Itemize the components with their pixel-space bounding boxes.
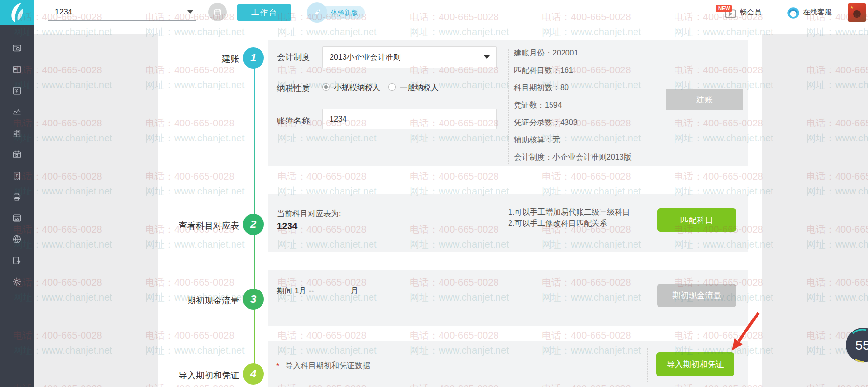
top-bar: 1234 工作台 体验新版 NEW 畅会员 在线客服 ★ (0, 0, 868, 25)
accounting-system-label: 会计制度 (277, 52, 310, 63)
tax-nature-label: 纳税性质 (277, 83, 310, 94)
divider (496, 204, 496, 244)
account-book-selector[interactable]: 1234 (48, 4, 196, 21)
rocket-icon (311, 7, 323, 18)
book-name-input[interactable] (322, 109, 497, 129)
divider (508, 49, 509, 164)
match-note-1: 1.可以手工增加易代账二级三级科目 (508, 207, 646, 218)
sidebar-item-invoice[interactable] (12, 170, 22, 181)
current-table-value: 1234 (277, 221, 297, 232)
divider (647, 348, 648, 382)
avatar-figure (853, 10, 861, 18)
tax-small-radio[interactable] (322, 83, 330, 91)
avatar-decoration: ★ (850, 5, 854, 10)
step3-badge: 3 (243, 289, 264, 310)
globe-icon (12, 234, 22, 245)
summary-row: 建账月份：202001 (514, 44, 632, 62)
calendar-icon (213, 7, 222, 17)
step1-label: 建账 (158, 53, 239, 65)
step2-badge: 2 (243, 214, 264, 235)
match-note-2: 2.可以手工修改科目匹配关系 (508, 218, 646, 229)
accounting-system-value: 2013小企业会计准则 (330, 53, 401, 61)
tax-general-radio[interactable] (388, 83, 396, 91)
step2-label: 查看科目对应表 (158, 220, 239, 232)
document-search-icon (12, 43, 22, 54)
summary-row: 凭证数：1594 (514, 97, 632, 114)
customer-service-icon[interactable] (786, 6, 800, 20)
chevron-down-icon (187, 10, 193, 14)
printer-icon (12, 192, 22, 202)
month-suffix: 月 (350, 286, 358, 296)
cashflow-period-row: 期间 1月 -- 月 (277, 285, 358, 296)
report-chart-icon (12, 107, 22, 117)
divider (655, 49, 655, 164)
account-summary-list: 建账月份：202001 匹配科目数：161 科目期初数：80 凭证数：1594 … (514, 44, 632, 166)
book-name-label: 账簿名称 (277, 115, 310, 126)
sidebar-item-calendar[interactable] (12, 149, 22, 160)
new-badge: NEW (716, 5, 732, 12)
sidebar-item-report-image[interactable] (12, 213, 22, 223)
workbench-button[interactable]: 工作台 (237, 4, 291, 21)
match-notes: 1.可以手工增加易代账二级三级科目 2.可以手工修改科目匹配关系 (508, 207, 646, 229)
sidebar-item-printer[interactable] (12, 192, 22, 202)
user-avatar[interactable]: ★ (848, 3, 866, 22)
step4-label: 导入期初和凭证 (158, 370, 239, 381)
sidebar-nav (0, 25, 34, 387)
summary-row: 匹配科目数：161 (514, 62, 632, 79)
period-label: 期间 1月 -- (277, 286, 314, 296)
import-hint: 导入科目期初和凭证数据 (285, 361, 370, 370)
divider (648, 281, 648, 317)
book-transfer-icon (12, 255, 22, 266)
divider (781, 7, 781, 18)
leaf-logo-icon (0, 0, 34, 25)
rocket-disc[interactable] (307, 2, 327, 23)
counter-value: 55 (855, 338, 868, 353)
account-book-name: 1234 (55, 8, 72, 16)
sidebar-item-voucher-money[interactable] (12, 85, 22, 96)
tax-small-label[interactable]: 小规模纳税人 (334, 83, 380, 93)
sidebar-item-document-search[interactable] (12, 43, 22, 54)
settings-gear-icon (12, 276, 22, 287)
step3-label: 期初现金流量 (158, 295, 239, 306)
sidebar-item-globe[interactable] (12, 234, 22, 245)
summary-row: 凭证分录数：4303 (514, 114, 632, 131)
setup-wizard-card: 建账 查看科目对应表 期初现金流量 导入期初和凭证 1 2 3 4 会计制度 2… (158, 34, 762, 387)
sidebar-item-company[interactable] (12, 128, 22, 138)
red-arrow-annotation (723, 308, 766, 356)
calendar-icon (12, 149, 22, 160)
current-table-label: 当前科目对应表为: (277, 209, 341, 219)
step1-badge: 1 (243, 47, 264, 69)
tax-general-label[interactable]: 一般纳税人 (400, 83, 439, 93)
opening-cashflow-button[interactable]: 期初现金流量 (657, 284, 736, 307)
invoice-icon (12, 170, 22, 181)
report-image-icon (12, 213, 22, 223)
required-mark: * (276, 361, 279, 370)
voucher-money-icon (12, 85, 22, 96)
ledger-icon (12, 64, 22, 75)
sidebar-item-settings[interactable] (12, 276, 22, 287)
step4-badge: 4 (243, 363, 264, 385)
summary-row: 辅助核算：无 (514, 131, 632, 149)
notepad-disc-icon[interactable] (208, 3, 227, 21)
create-account-button[interactable]: 建账 (666, 89, 743, 110)
import-hint-row: * 导入科目期初和凭证数据 (276, 361, 370, 371)
counter-widget[interactable]: 55 (845, 327, 868, 365)
sidebar-item-ledger[interactable] (12, 64, 22, 75)
summary-row: 科目期初数：80 (514, 79, 632, 97)
sidebar-item-book-transfer[interactable] (12, 255, 22, 266)
online-service-link[interactable]: 在线客服 (803, 8, 832, 17)
summary-row: 会计制度：小企业会计准则2013版 (514, 149, 632, 166)
app-logo[interactable] (0, 0, 34, 25)
company-icon (12, 128, 22, 138)
period-end-input[interactable] (317, 285, 346, 296)
chevron-down-icon (484, 55, 490, 59)
member-link[interactable]: 畅会员 (740, 8, 761, 17)
sidebar-item-report-chart[interactable] (12, 107, 22, 117)
accounting-system-select[interactable]: 2013小企业会计准则 (322, 46, 497, 68)
match-subjects-button[interactable]: 匹配科目 (657, 208, 736, 232)
divider (648, 204, 648, 244)
